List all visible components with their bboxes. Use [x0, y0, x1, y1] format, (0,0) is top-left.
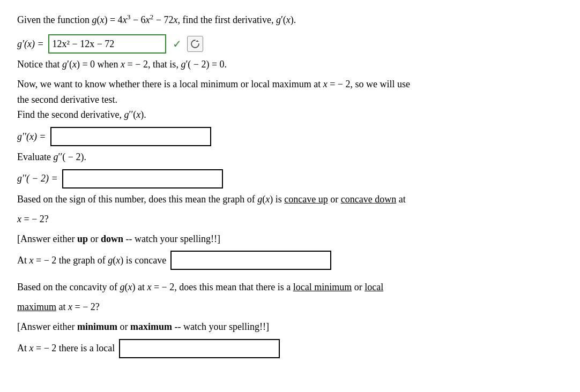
- local-extremum-text1: Based on the concavity of g(x) at x = − …: [17, 280, 563, 295]
- first-derivative-label: g′(x) =: [17, 39, 44, 50]
- first-derivative-row: g′(x) = 12x² − 12x − 72 ✓: [17, 34, 563, 54]
- second-deriv-intro-line1: Now, we want to know whether there is a …: [17, 77, 563, 92]
- maximum-bold: maximum: [130, 321, 172, 332]
- concavity-input[interactable]: [170, 251, 331, 270]
- check-icon: ✓: [173, 37, 182, 50]
- local-extremum-at-x-label: At x = − 2 there is a local: [17, 343, 115, 354]
- reset-svg: [190, 39, 200, 49]
- concavity-answer-row: At x = − 2 the graph of g(x) is concave: [17, 251, 563, 270]
- local-extremum-instruction: [Answer either minimum or maximum -- wat…: [17, 319, 563, 335]
- local-extremum-input[interactable]: [119, 339, 280, 358]
- main-question: Given the function g(x) = 4x3 − 6x2 − 72…: [17, 13, 563, 26]
- notice-text: Notice that g′(x) = 0 when x = − 2, that…: [17, 59, 227, 70]
- first-derivative-value: 12x² − 12x − 72: [53, 39, 115, 50]
- second-derivative-row: g′′(x) =: [17, 127, 563, 146]
- svg-marker-0: [196, 40, 199, 42]
- evaluate-row: g′′( − 2) =: [17, 169, 563, 189]
- down-bold: down: [101, 233, 123, 244]
- local-label: local: [365, 282, 383, 292]
- maximum-label: maximum: [17, 301, 56, 312]
- local-extremum-text2: maximum at x = − 2?: [17, 299, 563, 315]
- evaluate-label: g′′( − 2) =: [17, 173, 58, 184]
- given-function-text: Given the function g(x) = 4x3 − 6x2 − 72…: [17, 14, 296, 25]
- evaluate-intro: Evaluate g′′( − 2).: [17, 149, 563, 165]
- second-derivative-input[interactable]: [50, 127, 211, 146]
- local-extremum-answer-row: At x = − 2 there is a local: [17, 339, 563, 358]
- concavity-instruction: [Answer either up or down -- watch your …: [17, 231, 563, 247]
- first-derivative-answer-box: 12x² − 12x − 72: [48, 34, 166, 54]
- second-derivative-label: g′′(x) =: [17, 131, 46, 142]
- local-minimum-label: local minimum: [293, 282, 352, 292]
- local-extremum-block: Based on the concavity of g(x) at x = − …: [17, 280, 563, 358]
- second-deriv-intro-line2: the second derivative test.: [17, 92, 563, 108]
- notice-block: Notice that g′(x) = 0 when x = − 2, that…: [17, 57, 563, 72]
- concavity-x-line: x = − 2?: [17, 212, 563, 227]
- up-bold: up: [77, 233, 88, 244]
- second-deriv-intro-line3: Find the second derivative, g′′(x).: [17, 107, 563, 123]
- when-keyword: when: [98, 59, 118, 70]
- reset-icon[interactable]: [187, 36, 203, 52]
- concavity-at-x-label: At x = − 2 the graph of g(x) is concave: [17, 255, 166, 266]
- concavity-question-text: Based on the sign of this number, does t…: [17, 192, 563, 207]
- evaluate-input[interactable]: [62, 169, 223, 189]
- concave-up-label: concave up: [284, 194, 328, 205]
- second-deriv-intro-block: Now, we want to know whether there is a …: [17, 77, 563, 123]
- concave-down-label: concave down: [341, 194, 396, 205]
- minimum-bold: minimum: [77, 321, 117, 332]
- concavity-question-block: Based on the sign of this number, does t…: [17, 192, 563, 270]
